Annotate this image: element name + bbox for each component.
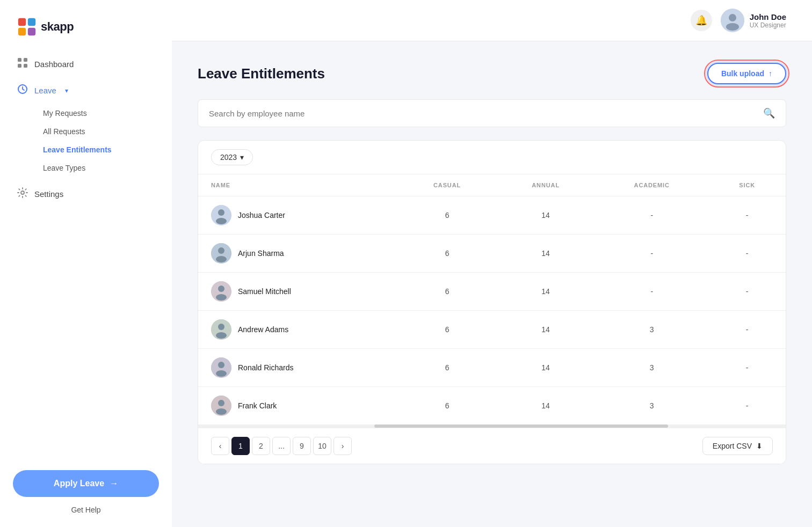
table-header: NAME CASUAL ANNUAL ACADEMIC SICK [198, 174, 786, 196]
user-avatar [721, 9, 744, 32]
apply-leave-button[interactable]: Apply Leave → [13, 470, 159, 497]
sidebar: skapp Dashboard Leave ▾ My Requests All … [0, 0, 172, 527]
svg-rect-6 [18, 64, 21, 68]
sick-value: - [708, 235, 786, 273]
svg-point-11 [729, 14, 736, 21]
employee-cell: Andrew Adams [198, 311, 398, 349]
sidebar-item-leave-types[interactable]: Leave Types [34, 159, 163, 177]
annual-value: 14 [496, 196, 595, 235]
svg-rect-2 [18, 28, 26, 35]
employee-cell: Samuel Mitchell [198, 273, 398, 311]
settings-icon [17, 187, 28, 201]
svg-point-14 [218, 209, 224, 216]
get-help-link[interactable]: Get Help [71, 506, 100, 514]
svg-rect-1 [28, 18, 35, 26]
casual-value: 6 [398, 387, 496, 425]
prev-page-button[interactable]: ‹ [211, 437, 229, 455]
sidebar-item-settings[interactable]: Settings [9, 181, 163, 207]
next-page-button[interactable]: › [334, 437, 352, 455]
sidebar-item-leave[interactable]: Leave ▾ [9, 78, 163, 103]
table-section: 2023 ▾ NAME CASUAL ANNUAL ACADEMIC SICK [198, 140, 786, 464]
table-scrollbar[interactable] [198, 424, 786, 428]
svg-point-30 [216, 408, 227, 415]
main-content: 🔔 John Doe UX Designer Leave Entitlement… [172, 0, 812, 527]
sidebar-bottom: Apply Leave → Get Help [0, 470, 172, 514]
bulk-upload-button[interactable]: Bulk upload ↑ [707, 63, 786, 84]
col-sick: SICK [708, 174, 786, 196]
leave-icon [17, 84, 28, 97]
table-body: Joshua Carter 6 14 - - Arjun Sharma 6 14… [198, 196, 786, 425]
svg-point-23 [218, 324, 224, 330]
leave-subnav: My Requests All Requests Leave Entitleme… [9, 104, 163, 177]
svg-rect-7 [24, 64, 27, 68]
academic-value: 3 [595, 387, 708, 425]
page-2-button[interactable]: 2 [252, 437, 270, 455]
pagination: ‹ 1 2 ... 9 10 › [211, 437, 352, 455]
svg-point-26 [218, 362, 224, 368]
employee-avatar [211, 205, 231, 225]
search-input[interactable] [209, 109, 763, 118]
sidebar-item-dashboard[interactable]: Dashboard [9, 52, 163, 77]
year-value: 2023 [220, 153, 237, 162]
svg-point-20 [218, 286, 224, 292]
arrow-right-icon: → [110, 479, 118, 488]
leave-dropdown-icon: ▾ [65, 87, 68, 94]
page-10-button[interactable]: 10 [313, 437, 331, 455]
svg-point-29 [218, 400, 224, 406]
casual-value: 6 [398, 196, 496, 235]
table-row: Samuel Mitchell 6 14 - - [198, 273, 786, 311]
academic-value: 3 [595, 311, 708, 349]
chevron-down-icon: ▾ [240, 153, 244, 162]
upload-icon: ↑ [769, 69, 772, 78]
col-name: NAME [198, 174, 398, 196]
svg-point-21 [216, 294, 227, 301]
employee-name: Frank Clark [238, 401, 277, 410]
employee-avatar [211, 281, 231, 302]
header: 🔔 John Doe UX Designer [172, 0, 812, 41]
academic-value: - [595, 273, 708, 311]
logo-area: skapp [0, 0, 172, 52]
sick-value: - [708, 311, 786, 349]
col-academic: ACADEMIC [595, 174, 708, 196]
bell-icon: 🔔 [695, 14, 707, 26]
casual-value: 6 [398, 311, 496, 349]
employee-avatar [211, 319, 231, 340]
page-header: Leave Entitlements Bulk upload ↑ [198, 63, 786, 84]
page-1-button[interactable]: 1 [231, 437, 250, 455]
casual-value: 6 [398, 273, 496, 311]
annual-value: 14 [496, 311, 595, 349]
user-name: John Doe [750, 12, 786, 21]
notifications-button[interactable]: 🔔 [691, 10, 712, 31]
page-title: Leave Entitlements [198, 65, 325, 82]
download-icon: ⬇ [756, 442, 763, 450]
employee-avatar [211, 357, 231, 378]
svg-point-9 [21, 191, 24, 194]
svg-point-12 [726, 23, 739, 31]
employee-name: Ronald Richards [238, 363, 294, 372]
apply-leave-label: Apply Leave [54, 479, 104, 488]
settings-label: Settings [34, 189, 63, 199]
employee-cell: Arjun Sharma [198, 235, 398, 273]
leave-entitlements-table: NAME CASUAL ANNUAL ACADEMIC SICK Joshua … [198, 174, 786, 424]
employee-cell: Ronald Richards [198, 349, 398, 387]
nav-items: Dashboard Leave ▾ My Requests All Reques… [0, 52, 172, 470]
svg-rect-3 [28, 28, 35, 35]
year-dropdown-button[interactable]: 2023 ▾ [211, 149, 253, 165]
export-csv-button[interactable]: Export CSV ⬇ [702, 437, 773, 455]
page-content: Leave Entitlements Bulk upload ↑ 🔍 2023 … [172, 41, 812, 527]
leave-label: Leave [34, 86, 56, 95]
search-bar: 🔍 [198, 99, 786, 127]
table-row: Frank Clark 6 14 3 - [198, 387, 786, 425]
sidebar-item-my-requests[interactable]: My Requests [34, 104, 163, 122]
page-9-button[interactable]: 9 [293, 437, 311, 455]
annual-value: 14 [496, 349, 595, 387]
sidebar-item-leave-entitlements[interactable]: Leave Entitlements [34, 141, 163, 159]
col-annual: ANNUAL [496, 174, 595, 196]
sidebar-item-all-requests[interactable]: All Requests [34, 122, 163, 141]
table-row: Joshua Carter 6 14 - - [198, 196, 786, 235]
table-row: Ronald Richards 6 14 3 - [198, 349, 786, 387]
bulk-upload-label: Bulk upload [721, 69, 764, 78]
casual-value: 6 [398, 235, 496, 273]
user-role: UX Designer [750, 21, 786, 29]
sick-value: - [708, 349, 786, 387]
